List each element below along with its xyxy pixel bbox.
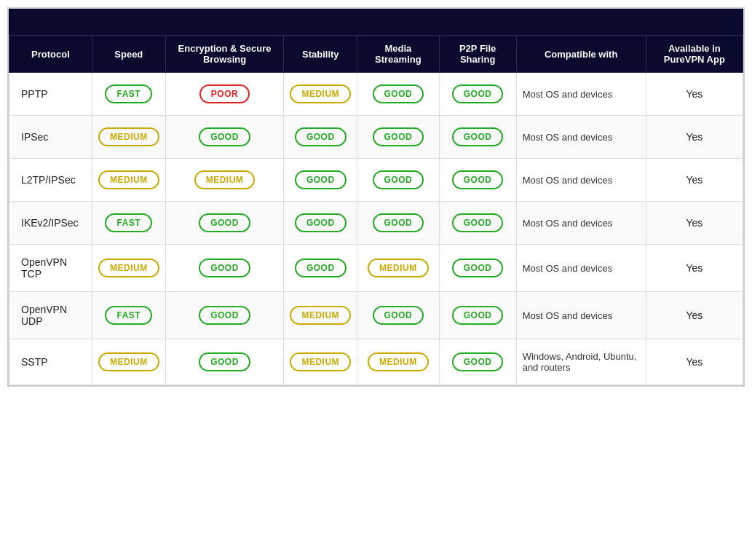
badge-medium: MEDIUM [98, 170, 159, 189]
available-cell: Yes [646, 73, 743, 116]
badge-cell: MEDIUM [92, 339, 165, 385]
badge-medium: MEDIUM [98, 259, 159, 277]
badge-good: GOOD [373, 84, 424, 103]
badge-good: GOOD [452, 306, 504, 325]
badge-cell: GOOD [357, 159, 439, 202]
badge-cell: FAST [92, 73, 165, 116]
col-protocol: Protocol [9, 36, 92, 73]
badge-cell: FAST [92, 202, 165, 245]
available-cell: Yes [646, 245, 743, 292]
badge-cell: GOOD [165, 292, 284, 339]
badge-cell: GOOD [165, 245, 284, 292]
badge-cell: GOOD [439, 159, 516, 202]
table-row: PPTPFASTPOORMEDIUMGOODGOODMost OS and de… [9, 73, 743, 116]
compatible-cell: Most OS and devices [516, 159, 646, 202]
badge-cell: GOOD [439, 116, 516, 159]
table-row: SSTPMEDIUMGOODMEDIUMMEDIUMGOODWindows, A… [9, 339, 743, 385]
badge-good: GOOD [452, 352, 504, 371]
badge-medium: MEDIUM [290, 306, 351, 325]
badge-good: GOOD [199, 352, 250, 371]
badge-cell: MEDIUM [92, 116, 165, 159]
badge-fast: FAST [105, 306, 152, 325]
badge-good: GOOD [452, 213, 504, 232]
table-header-row: Protocol Speed Encryption & Secure Brows… [9, 36, 743, 73]
protocol-name: SSTP [9, 339, 92, 385]
badge-good: GOOD [373, 306, 424, 325]
badge-poor: POOR [199, 84, 250, 103]
badge-good: GOOD [452, 84, 504, 103]
badge-cell: GOOD [439, 202, 516, 245]
badge-good: GOOD [199, 213, 250, 232]
badge-cell: POOR [165, 73, 284, 116]
table-row: OpenVPN TCPMEDIUMGOODGOODMEDIUMGOODMost … [9, 245, 743, 292]
badge-cell: GOOD [357, 292, 439, 339]
badge-fast: FAST [105, 213, 152, 232]
col-speed: Speed [92, 36, 165, 73]
col-p2p: P2P File Sharing [439, 36, 516, 73]
available-cell: Yes [646, 292, 743, 339]
badge-cell: GOOD [284, 202, 357, 245]
badge-good: GOOD [295, 213, 347, 232]
col-stability: Stability [284, 36, 357, 73]
badge-medium: MEDIUM [368, 259, 429, 277]
badge-cell: MEDIUM [357, 245, 439, 292]
badge-good: GOOD [452, 170, 504, 189]
badge-fast: FAST [105, 84, 152, 103]
badge-good: GOOD [199, 127, 250, 146]
chart-title [9, 9, 743, 35]
compatible-cell: Windows, Android, Ubuntu, and routers [516, 339, 646, 385]
chart-container: Protocol Speed Encryption & Secure Brows… [7, 7, 745, 387]
badge-cell: GOOD [165, 116, 284, 159]
badge-good: GOOD [452, 259, 504, 277]
badge-good: GOOD [373, 127, 424, 146]
badge-good: GOOD [295, 259, 347, 277]
badge-good: GOOD [373, 170, 424, 189]
badge-good: GOOD [373, 213, 424, 232]
badge-good: GOOD [295, 170, 347, 189]
badge-cell: MEDIUM [284, 339, 357, 385]
badge-cell: MEDIUM [357, 339, 439, 385]
badge-cell: GOOD [439, 245, 516, 292]
table-body: PPTPFASTPOORMEDIUMGOODGOODMost OS and de… [9, 73, 743, 385]
badge-cell: MEDIUM [165, 159, 284, 202]
available-cell: Yes [646, 202, 743, 245]
badge-cell: GOOD [284, 245, 357, 292]
badge-cell: GOOD [439, 73, 516, 116]
compatible-cell: Most OS and devices [516, 245, 646, 292]
badge-good: GOOD [295, 127, 347, 146]
compatible-cell: Most OS and devices [516, 202, 646, 245]
protocol-name: IPSec [9, 116, 92, 159]
badge-cell: MEDIUM [284, 292, 357, 339]
compatible-cell: Most OS and devices [516, 116, 646, 159]
badge-medium: MEDIUM [290, 84, 351, 103]
badge-cell: GOOD [165, 339, 284, 385]
protocol-name: L2TP/IPSec [9, 159, 92, 202]
available-cell: Yes [646, 159, 743, 202]
col-encryption: Encryption & Secure Browsing [165, 36, 284, 73]
badge-cell: FAST [92, 292, 165, 339]
compatible-cell: Most OS and devices [516, 292, 646, 339]
badge-medium: MEDIUM [194, 170, 256, 189]
col-compatible: Compatible with [516, 36, 646, 73]
comparison-table: Protocol Speed Encryption & Secure Brows… [9, 35, 743, 385]
badge-good: GOOD [199, 306, 250, 325]
badge-medium: MEDIUM [98, 352, 159, 371]
protocol-name: OpenVPN UDP [9, 292, 92, 339]
badge-cell: GOOD [165, 202, 284, 245]
compatible-cell: Most OS and devices [516, 73, 646, 116]
badge-cell: MEDIUM [284, 73, 357, 116]
badge-medium: MEDIUM [290, 352, 351, 371]
badge-cell: GOOD [357, 73, 439, 116]
available-cell: Yes [646, 116, 743, 159]
col-media: Media Streaming [357, 36, 439, 73]
badge-medium: MEDIUM [368, 352, 429, 371]
badge-cell: GOOD [284, 159, 357, 202]
badge-cell: MEDIUM [92, 245, 165, 292]
table-row: L2TP/IPSecMEDIUMMEDIUMGOODGOODGOODMost O… [9, 159, 743, 202]
badge-cell: MEDIUM [92, 159, 165, 202]
table-row: IPSecMEDIUMGOODGOODGOODGOODMost OS and d… [9, 116, 743, 159]
table-row: IKEv2/IPSecFASTGOODGOODGOODGOODMost OS a… [9, 202, 743, 245]
badge-cell: GOOD [357, 202, 439, 245]
badge-good: GOOD [452, 127, 504, 146]
available-cell: Yes [646, 339, 743, 385]
